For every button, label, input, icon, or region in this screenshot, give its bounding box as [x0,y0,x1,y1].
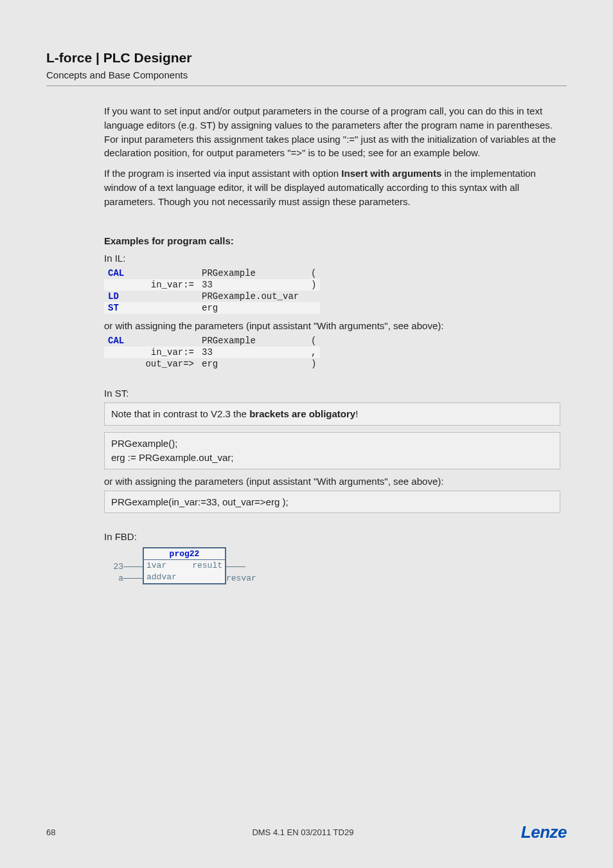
il1-row: CAL PRGexample ( [104,267,320,279]
il-operand2: 33 [198,279,307,291]
il-operand2: 33 [198,347,307,358]
st-note-b: ! [355,408,358,419]
page-subtitle: Concepts and Base Components [46,69,567,80]
st-code-box-1: PRGexample(); erg := PRGexample.out_var; [104,432,560,469]
il-operand2: PRGexample [198,335,307,347]
il-tail: ) [307,358,320,370]
il-operand2: PRGexample [198,267,307,279]
st-note-a: Note that in contrast to V2.3 the [111,408,249,419]
st-code-box-2: PRGexample(in_var:=33, out_var=>erg ); [104,491,560,514]
fbd-out1-pin: result [192,560,222,572]
fbd-block-name: prog22 [144,548,225,560]
il-keyword: LD [108,291,119,302]
il1-row: ST erg [104,302,320,314]
in-st-label: In ST: [104,388,560,399]
brackets-obligatory-term: brackets are obligatory [249,408,355,419]
il-operand1: out_var=> [134,358,198,370]
il-tail [307,302,320,314]
page-footer: 68 DMS 4.1 EN 03/2011 TD29 Lenze [46,822,567,842]
fbd-input1-value: 23 [113,562,123,572]
il-tail: ( [307,335,320,347]
il-tail: , [307,347,320,358]
il-tail: ( [307,267,320,279]
st-note-box: Note that in contrast to V2.3 the bracke… [104,402,560,426]
fbd-input2-value: a [118,574,123,583]
footer-doc-id: DMS 4.1 EN 03/2011 TD29 [85,827,521,837]
il-operand1 [134,291,198,302]
fbd-left-inputs: 23 a [104,547,143,584]
in-fbd-label: In FBD: [104,531,560,542]
il-tail [307,291,320,302]
or-assign-label-2: or with assigning the parameters (input … [104,476,560,487]
page-number: 68 [46,827,85,837]
il2-row: out_var=> erg ) [104,358,320,370]
page-title: L-force | PLC Designer [46,50,567,66]
il-keyword: CAL [108,336,124,346]
il-operand1 [134,335,198,347]
il-keyword: CAL [108,268,124,278]
header-divider [46,86,567,86]
il-keyword: ST [108,303,119,313]
fbd-diagram: 23 a prog22 ivar result addvar [104,547,271,584]
fbd-in2-pin: addvar [147,572,177,583]
paragraph-2-a: If the program is inserted via input ass… [104,168,341,179]
il-code-block-2: CAL PRGexample ( in_var:= 33 , out_var=>… [104,335,320,370]
il-tail: ) [307,279,320,291]
fbd-in1-pin: ivar [147,560,166,572]
fbd-output-value: resvar [226,574,256,583]
examples-heading: Examples for program calls: [104,235,560,246]
il-operand1 [134,267,198,279]
il-operand1: in_var:= [134,279,198,291]
il1-row: LD PRGexample.out_var [104,291,320,302]
insert-with-arguments-term: Insert with arguments [341,168,441,179]
or-assign-label-1: or with assigning the parameters (input … [104,320,560,331]
il-operand2: erg [198,358,307,370]
il2-row: in_var:= 33 , [104,347,320,358]
st-code-line: PRGexample(in_var:=33, out_var=>erg ); [111,495,553,509]
paragraph-1: If you want to set input and/or output p… [104,104,560,160]
il-code-block-1: CAL PRGexample ( in_var:= 33 ) LD PRGexa… [104,267,320,314]
st-code-line: erg := PRGexample.out_var; [111,451,553,465]
content-area: If you want to set input and/or output p… [46,104,567,584]
il1-row: in_var:= 33 ) [104,279,320,291]
in-il-label: In IL: [104,253,560,264]
st-code-line: PRGexample(); [111,437,553,451]
il-operand2: PRGexample.out_var [198,291,307,302]
il2-row: CAL PRGexample ( [104,335,320,347]
paragraph-2: If the program is inserted via input ass… [104,167,560,208]
il-operand1 [134,302,198,314]
il-operand2: erg [198,302,307,314]
fbd-right-outputs: resvar [226,547,271,584]
fbd-block: prog22 ivar result addvar [143,547,226,584]
il-operand1: in_var:= [134,347,198,358]
lenze-logo: Lenze [521,822,567,842]
